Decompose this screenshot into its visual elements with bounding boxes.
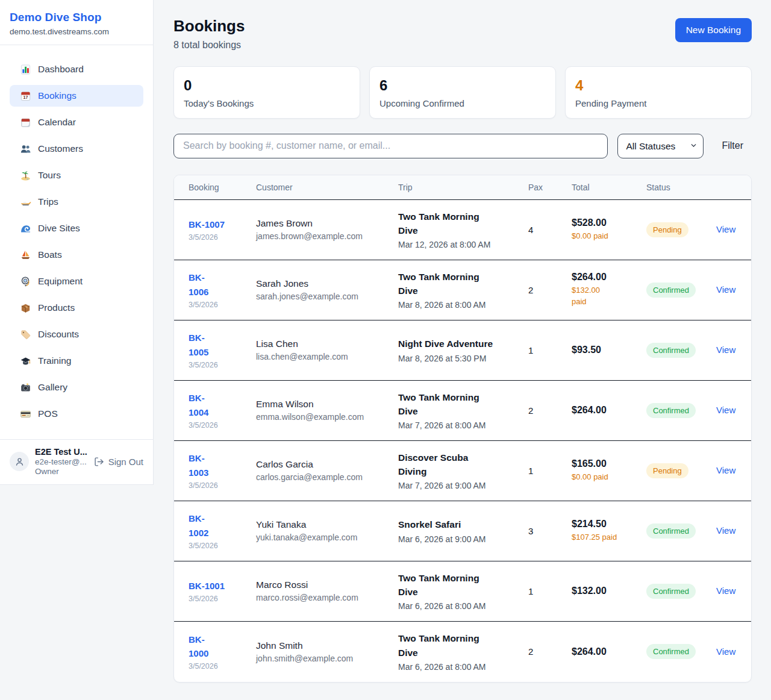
- col-customer: Customer: [256, 183, 398, 192]
- stat-card: 0 Today's Bookings: [173, 66, 360, 119]
- booking-link[interactable]: BK- 1004: [189, 391, 208, 419]
- tag-icon: [20, 329, 31, 340]
- filter-button[interactable]: Filter: [713, 140, 752, 151]
- stat-label: Today's Bookings: [184, 98, 350, 108]
- pax-count: 4: [528, 225, 572, 235]
- pax-count: 2: [528, 405, 572, 416]
- new-booking-button[interactable]: New Booking: [675, 18, 752, 42]
- sidebar-item-dive-sites[interactable]: Dive Sites: [10, 217, 143, 239]
- booking-link[interactable]: BK-1001: [189, 579, 225, 593]
- booking-date: 3/5/2026: [189, 481, 256, 490]
- status-badge: Pending: [646, 222, 688, 237]
- trip-datetime: Mar 7, 2026 at 9:00 AM: [398, 481, 516, 490]
- total-amount: $264.00: [572, 405, 646, 416]
- sign-out-button[interactable]: Sign Out: [94, 457, 143, 467]
- booking-link[interactable]: BK- 1000: [189, 633, 208, 661]
- sidebar-item-training[interactable]: Training: [10, 350, 143, 372]
- col-trip: Trip: [398, 183, 528, 192]
- stat-label: Pending Payment: [575, 98, 741, 108]
- view-link[interactable]: View: [716, 345, 735, 355]
- sidebar-item-calendar[interactable]: Calendar: [10, 111, 143, 133]
- status-badge: Confirmed: [646, 523, 696, 539]
- status-badge: Confirmed: [646, 403, 696, 418]
- stat-value: 6: [379, 77, 546, 94]
- col-total: Total: [572, 183, 646, 192]
- booking-link[interactable]: BK- 1005: [189, 331, 208, 359]
- status-badge: Confirmed: [646, 343, 696, 358]
- paid-amount: $107.25 paid: [572, 532, 646, 543]
- trip-name: Two Tank Morning Dive: [398, 571, 516, 599]
- pax-count: 1: [528, 345, 572, 355]
- tear-off-calendar-icon: [20, 117, 31, 128]
- booking-link[interactable]: BK- 1002: [189, 511, 208, 540]
- sidebar-item-discounts[interactable]: Discounts: [10, 323, 143, 345]
- booking-link[interactable]: BK- 1006: [189, 270, 208, 299]
- sailboat-icon: [20, 249, 31, 261]
- booking-date: 3/5/2026: [189, 301, 256, 309]
- view-link[interactable]: View: [716, 405, 735, 415]
- total-amount: $528.00: [572, 217, 646, 228]
- stat-label: Upcoming Confirmed: [379, 98, 546, 108]
- booking-link[interactable]: BK- 1003: [189, 451, 208, 480]
- booking-date: 3/5/2026: [189, 361, 256, 369]
- stat-card: 6 Upcoming Confirmed: [369, 66, 556, 119]
- view-link[interactable]: View: [716, 284, 735, 295]
- customer-email: yuki.tanaka@example.com: [256, 533, 398, 542]
- pax-count: 1: [528, 466, 572, 476]
- view-link[interactable]: View: [716, 465, 735, 475]
- customer-name: Marco Rossi: [256, 580, 398, 590]
- sidebar-item-products[interactable]: Products: [10, 297, 143, 319]
- sidebar-item-bookings[interactable]: 17 Bookings: [10, 85, 143, 107]
- sidebar-item-pos[interactable]: POS: [10, 403, 143, 425]
- search-input[interactable]: [173, 134, 608, 158]
- trip-datetime: Mar 6, 2026 at 8:00 AM: [398, 662, 516, 672]
- booking-date: 3/5/2026: [189, 662, 256, 670]
- table-row: BK- 1005 3/5/2026 Lisa Chen lisa.chen@ex…: [174, 320, 751, 381]
- sidebar-item-equipment[interactable]: Equipment: [10, 270, 143, 292]
- package-icon: [20, 302, 31, 314]
- pax-count: 2: [528, 646, 572, 657]
- view-link[interactable]: View: [716, 224, 735, 234]
- sidebar-item-gallery[interactable]: Gallery: [10, 377, 143, 398]
- trip-name: Two Tank Morning Dive: [398, 390, 516, 419]
- brand-name[interactable]: Demo Dive Shop: [10, 11, 143, 24]
- status-badge: Confirmed: [646, 584, 696, 599]
- calendar-icon: 17: [20, 90, 31, 102]
- total-amount: $132.00: [572, 586, 646, 596]
- trip-name: Two Tank Morning Dive: [398, 631, 516, 660]
- customer-name: John Smith: [256, 640, 398, 651]
- status-filter-select[interactable]: All Statuses: [617, 134, 704, 158]
- user-role: Owner: [35, 467, 87, 476]
- table-row: BK- 1006 3/5/2026 Sarah Jones sarah.jone…: [174, 260, 751, 320]
- bar-chart-icon: [20, 64, 31, 75]
- trip-datetime: Mar 8, 2026 at 8:00 AM: [398, 300, 516, 310]
- sidebar-item-dashboard[interactable]: Dashboard: [10, 58, 143, 80]
- sidebar-item-trips[interactable]: Trips: [10, 191, 143, 213]
- view-link[interactable]: View: [716, 646, 735, 657]
- table-row: BK-1001 3/5/2026 Marco Rossi marco.rossi…: [174, 561, 751, 622]
- paid-amount: $0.00 paid: [572, 231, 646, 242]
- stats-row: 0 Today's Bookings 6 Upcoming Confirmed …: [173, 66, 752, 119]
- island-icon: [20, 170, 31, 181]
- view-link[interactable]: View: [716, 586, 735, 596]
- trip-name: Snorkel Safari: [398, 517, 516, 531]
- table-row: BK- 1000 3/5/2026 John Smith john.smith@…: [174, 622, 751, 682]
- booking-date: 3/5/2026: [189, 542, 256, 550]
- sidebar-item-tours[interactable]: Tours: [10, 164, 143, 186]
- pax-count: 1: [528, 586, 572, 596]
- sidebar-item-boats[interactable]: Boats: [10, 244, 143, 266]
- trip-name: Two Tank Morning Dive: [398, 270, 516, 298]
- page-subtitle: 8 total bookings: [173, 40, 245, 51]
- trip-name: Two Tank Morning Dive: [398, 210, 516, 238]
- stat-card: 4 Pending Payment: [565, 66, 752, 119]
- booking-link[interactable]: BK-1007: [189, 217, 225, 231]
- sidebar-nav: Dashboard 17 Bookings Calendar Customers…: [0, 45, 153, 439]
- trip-datetime: Mar 8, 2026 at 5:30 PM: [398, 354, 516, 363]
- brand-domain: demo.test.divestreams.com: [10, 27, 143, 36]
- main-content: Bookings 8 total bookings New Booking 0 …: [154, 0, 771, 700]
- person-icon: [14, 457, 25, 467]
- total-amount: $93.50: [572, 345, 646, 355]
- view-link[interactable]: View: [716, 525, 735, 536]
- sidebar-item-customers[interactable]: Customers: [10, 138, 143, 160]
- sidebar: Demo Dive Shop demo.test.divestreams.com…: [0, 0, 154, 485]
